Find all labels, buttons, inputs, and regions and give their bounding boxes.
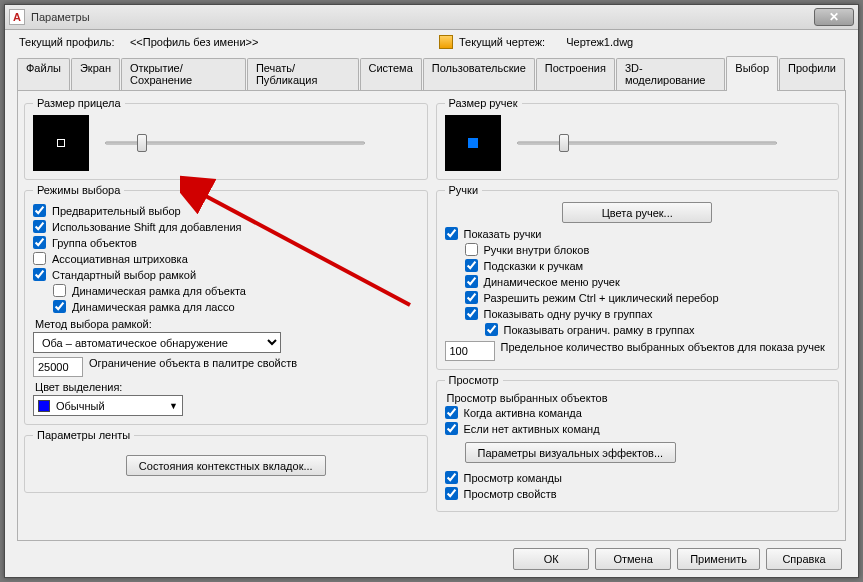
grip-size-group: Размер ручек	[436, 97, 840, 180]
tab-plot[interactable]: Печать/Публикация	[247, 58, 359, 90]
preview-sub-label: Просмотр выбранных объектов	[447, 392, 831, 404]
pickbox-slider[interactable]	[105, 132, 365, 154]
window-title: Параметры	[31, 11, 814, 23]
tab-open-save[interactable]: Открытие/Сохранение	[121, 58, 246, 90]
ribbon-legend: Параметры ленты	[33, 429, 134, 441]
left-column: Размер прицела Режимы выбора Предварител…	[24, 97, 428, 534]
window-method-combo[interactable]: Оба – автоматическое обнаружение	[33, 332, 281, 353]
tab-display[interactable]: Экран	[71, 58, 120, 90]
drawing-icon	[439, 35, 453, 49]
grip-limit-label: Предельное количество выбранных объектов…	[501, 341, 831, 353]
check-bounding-groups[interactable]	[485, 323, 498, 336]
check-grips-in-blocks[interactable]	[465, 243, 478, 256]
tab-files[interactable]: Файлы	[17, 58, 70, 90]
options-window: A Параметры ✕ Текущий профиль: <<Профиль…	[4, 4, 859, 578]
help-button[interactable]: Справка	[766, 548, 842, 570]
current-drawing-value: Чертеж1.dwg	[566, 36, 633, 48]
check-preview-cmd[interactable]	[445, 471, 458, 484]
prop-limit-label: Ограничение объекта в палитре свойств	[89, 357, 419, 369]
grip-size-legend: Размер ручек	[445, 97, 522, 109]
tab-system[interactable]: Система	[360, 58, 422, 90]
tab-drafting[interactable]: Построения	[536, 58, 615, 90]
prop-limit-input[interactable]	[33, 357, 83, 377]
check-ctrl-cycling[interactable]	[465, 291, 478, 304]
check-preselect[interactable]	[33, 204, 46, 217]
chevron-down-icon: ▼	[169, 401, 178, 411]
check-when-no-cmd[interactable]	[445, 422, 458, 435]
current-profile-value: <<Профиль без имени>>	[130, 36, 258, 48]
grip-preview	[445, 115, 501, 171]
check-dyn-frame-lasso[interactable]	[53, 300, 66, 313]
ok-button[interactable]: ОК	[513, 548, 589, 570]
pickbox-size-legend: Размер прицела	[33, 97, 125, 109]
check-assoc-hatch[interactable]	[33, 252, 46, 265]
check-dyn-grip-menu[interactable]	[465, 275, 478, 288]
tab-selection[interactable]: Выбор	[726, 56, 778, 90]
preview-legend: Просмотр	[445, 374, 503, 386]
tab-strip: Файлы Экран Открытие/Сохранение Печать/П…	[17, 56, 846, 91]
grips-group: Ручки Цвета ручек... Показать ручки Ручк…	[436, 184, 840, 370]
tab-content: Размер прицела Режимы выбора Предварител…	[17, 91, 846, 541]
selection-modes-legend: Режимы выбора	[33, 184, 124, 196]
window-method-label: Метод выбора рамкой:	[35, 318, 419, 330]
current-profile-label: Текущий профиль:	[19, 36, 115, 48]
grips-legend: Ручки	[445, 184, 483, 196]
grip-limit-input[interactable]	[445, 341, 495, 361]
check-show-grips[interactable]	[445, 227, 458, 240]
close-button[interactable]: ✕	[814, 8, 854, 26]
cancel-button[interactable]: Отмена	[595, 548, 671, 570]
app-icon: A	[9, 9, 25, 25]
pickbox-size-group: Размер прицела	[24, 97, 428, 180]
profile-row: Текущий профиль: <<Профиль без имени>> Т…	[5, 30, 858, 54]
preview-group: Просмотр Просмотр выбранных объектов Ког…	[436, 374, 840, 512]
check-preview-props[interactable]	[445, 487, 458, 500]
selection-color-label: Цвет выделения:	[35, 381, 419, 393]
tab-3d[interactable]: 3D-моделирование	[616, 58, 725, 90]
current-drawing-label: Текущий чертеж:	[459, 36, 545, 48]
tab-user[interactable]: Пользовательские	[423, 58, 535, 90]
selection-modes-group: Режимы выбора Предварительный выбор Испо…	[24, 184, 428, 425]
tab-profiles[interactable]: Профили	[779, 58, 845, 90]
grip-slider[interactable]	[517, 132, 777, 154]
dialog-footer: ОК Отмена Применить Справка	[5, 541, 858, 577]
check-grip-tips[interactable]	[465, 259, 478, 272]
check-shift-add[interactable]	[33, 220, 46, 233]
right-column: Размер ручек Ручки Цвета ручек... Показа…	[436, 97, 840, 534]
visual-effects-button[interactable]: Параметры визуальных эффектов...	[465, 442, 677, 463]
check-std-frame[interactable]	[33, 268, 46, 281]
check-single-grip-groups[interactable]	[465, 307, 478, 320]
selection-color-combo[interactable]: Обычный ▼	[33, 395, 183, 416]
check-group-objects[interactable]	[33, 236, 46, 249]
check-when-cmd-active[interactable]	[445, 406, 458, 419]
pickbox-preview	[33, 115, 89, 171]
check-dyn-frame-object[interactable]	[53, 284, 66, 297]
grip-colors-button[interactable]: Цвета ручек...	[562, 202, 712, 223]
color-swatch	[38, 400, 50, 412]
apply-button[interactable]: Применить	[677, 548, 760, 570]
titlebar: A Параметры ✕	[5, 5, 858, 30]
contextual-tab-states-button[interactable]: Состояния контекстных вкладок...	[126, 455, 326, 476]
ribbon-group: Параметры ленты Состояния контекстных вк…	[24, 429, 428, 493]
